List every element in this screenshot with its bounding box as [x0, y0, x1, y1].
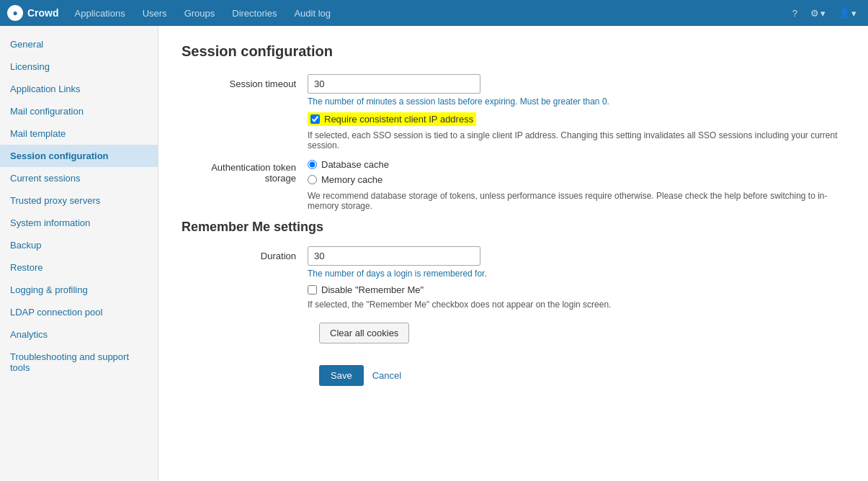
auth-token-label: Authentication token storage — [182, 159, 308, 184]
session-timeout-hint: The number of minutes a session lasts be… — [308, 96, 845, 107]
disable-remember-me-label: Disable "Remember Me" — [321, 284, 424, 295]
disable-remember-me-description: If selected, the "Remember Me" checkbox … — [308, 300, 845, 310]
nav-applications[interactable]: Applications — [66, 0, 134, 26]
sidebar-item-general[interactable]: General — [0, 33, 158, 55]
user-button[interactable]: 👤 ▾ — [834, 0, 861, 26]
form-actions: Save Cancel — [319, 365, 845, 386]
clear-cookies-button[interactable]: Clear all cookies — [319, 323, 409, 343]
settings-button[interactable]: ⚙ ▾ — [806, 0, 830, 26]
user-icon: 👤 — [838, 8, 850, 19]
sidebar: General Licensing Application Links Mail… — [0, 26, 158, 481]
sidebar-item-application-links[interactable]: Application Links — [0, 78, 158, 100]
session-timeout-row: Session timeout The number of minutes a … — [182, 74, 845, 150]
auth-token-field: Database cache Memory cache We recommend… — [308, 159, 845, 211]
settings-icon: ⚙ — [810, 8, 819, 19]
main-layout: General Licensing Application Links Mail… — [0, 26, 868, 481]
page-title: Session configuration — [182, 43, 845, 60]
sidebar-item-session-configuration[interactable]: Session configuration — [0, 145, 158, 167]
sidebar-item-troubleshooting[interactable]: Troubleshooting and support tools — [0, 346, 158, 379]
require-ip-highlight: Require consistent client IP address — [308, 112, 476, 126]
sidebar-item-restore[interactable]: Restore — [0, 256, 158, 279]
session-timeout-field: The number of minutes a session lasts be… — [308, 74, 845, 150]
auth-token-radio-group: Database cache Memory cache — [308, 159, 845, 185]
sidebar-item-mail-configuration[interactable]: Mail configuration — [0, 100, 158, 122]
help-icon: ? — [792, 8, 797, 19]
disable-remember-me-row: Disable "Remember Me" — [308, 284, 845, 295]
help-button[interactable]: ? — [788, 0, 802, 26]
main-content: Session configuration Session timeout Th… — [158, 26, 868, 481]
top-nav-right: ? ⚙ ▾ 👤 ▾ — [788, 0, 861, 26]
duration-field: The number of days a login is remembered… — [308, 246, 845, 310]
sidebar-item-backup[interactable]: Backup — [0, 234, 158, 256]
sidebar-item-analytics[interactable]: Analytics — [0, 323, 158, 346]
session-timeout-label: Session timeout — [182, 74, 308, 89]
duration-hint: The number of days a login is remembered… — [308, 269, 845, 279]
sidebar-item-system-information[interactable]: System information — [0, 212, 158, 234]
settings-chevron-icon: ▾ — [820, 8, 826, 19]
nav-groups[interactable]: Groups — [176, 0, 224, 26]
nav-users[interactable]: Users — [134, 0, 176, 26]
sidebar-item-trusted-proxy-servers[interactable]: Trusted proxy servers — [0, 189, 158, 212]
app-name: Crowd — [27, 7, 59, 19]
require-ip-description: If selected, each SSO session is tied to… — [308, 130, 845, 150]
session-timeout-input[interactable] — [308, 74, 480, 94]
memory-cache-label: Memory cache — [321, 174, 382, 185]
save-button[interactable]: Save — [319, 365, 364, 386]
top-nav: ● Crowd Applications Users Groups Direct… — [0, 0, 868, 26]
auth-token-description: We recommend database storage of tokens,… — [308, 191, 845, 211]
app-logo[interactable]: ● Crowd — [7, 5, 59, 21]
remember-me-title: Remember Me settings — [182, 220, 845, 235]
sidebar-item-mail-template[interactable]: Mail template — [0, 122, 158, 145]
duration-input[interactable] — [308, 246, 480, 266]
nav-directories[interactable]: Directories — [223, 0, 285, 26]
disable-remember-me-checkbox[interactable] — [308, 285, 317, 295]
sidebar-item-ldap-connection-pool[interactable]: LDAP connection pool — [0, 301, 158, 323]
user-chevron-icon: ▾ — [851, 8, 856, 19]
cancel-button[interactable]: Cancel — [370, 365, 404, 386]
database-cache-label: Database cache — [321, 159, 389, 170]
database-cache-radio[interactable] — [308, 160, 317, 169]
memory-cache-radio[interactable] — [308, 175, 317, 184]
sidebar-item-current-sessions[interactable]: Current sessions — [0, 167, 158, 189]
duration-row: Duration The number of days a login is r… — [182, 246, 845, 310]
memory-cache-option[interactable]: Memory cache — [308, 174, 845, 185]
duration-label: Duration — [182, 246, 308, 261]
logo-icon: ● — [7, 5, 23, 21]
require-ip-checkbox[interactable] — [310, 114, 320, 124]
database-cache-option[interactable]: Database cache — [308, 159, 845, 170]
require-ip-row: Require consistent client IP address — [308, 112, 845, 126]
require-ip-label: Require consistent client IP address — [324, 114, 473, 125]
nav-audit-log[interactable]: Audit log — [285, 0, 339, 26]
sidebar-item-licensing[interactable]: Licensing — [0, 55, 158, 78]
auth-token-row: Authentication token storage Database ca… — [182, 159, 845, 211]
clear-cookies-section: Clear all cookies — [319, 323, 845, 354]
sidebar-item-logging-profiling[interactable]: Logging & profiling — [0, 279, 158, 301]
